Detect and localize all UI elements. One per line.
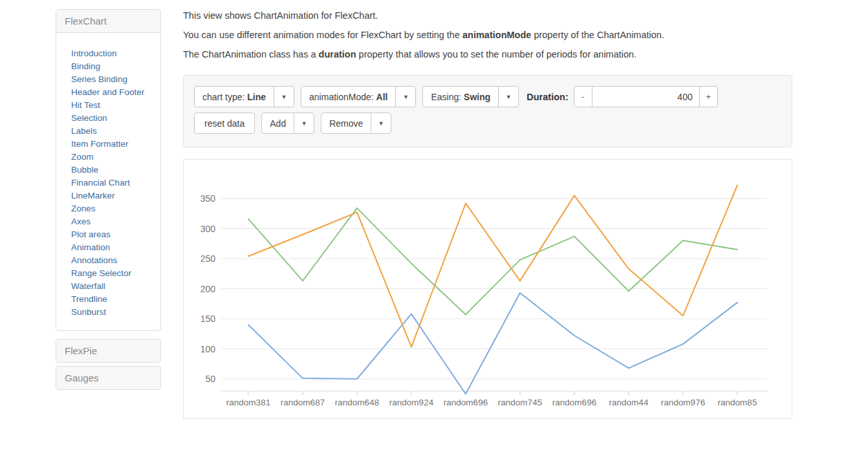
intro-p3-text: The ChartAnimation class has a	[183, 49, 319, 59]
sidebar-item-item-formatter[interactable]: Item Formatter	[71, 138, 157, 151]
toolbar-row-2: reset data Add ▼ Remove ▼	[194, 112, 781, 134]
sidebar-item-animation[interactable]: Animation	[71, 241, 157, 254]
intro-paragraph-3: The ChartAnimation class has a duration …	[183, 48, 792, 61]
increment-button[interactable]: +	[699, 87, 717, 107]
svg-text:random85: random85	[718, 398, 757, 407]
svg-text:100: 100	[201, 344, 216, 354]
sidebar-panel-flexpie: FlexPie	[56, 339, 161, 363]
toolbar-row-1: chart type: Line ▼ animationMode: All ▼ …	[194, 86, 781, 107]
chevron-down-icon[interactable]: ▼	[274, 87, 294, 107]
sidebar-item-introduction[interactable]: Introduction	[71, 47, 157, 60]
sidebar-item-range-selector[interactable]: Range Selector	[71, 267, 157, 280]
sidebar-item-linemarker[interactable]: LineMarker	[71, 189, 157, 202]
svg-text:random648: random648	[335, 398, 379, 407]
duration-label: Duration:	[526, 92, 568, 102]
svg-text:random44: random44	[609, 398, 649, 407]
sidebar-item-waterfall[interactable]: Waterfall	[71, 280, 157, 293]
svg-text:random687: random687	[281, 398, 325, 407]
easing-value: Swing	[464, 92, 490, 102]
easing-label: Easing:	[431, 92, 464, 102]
sidebar-item-bubble[interactable]: Bubble	[71, 164, 157, 177]
svg-text:random924: random924	[389, 398, 434, 407]
sidebar-item-zones[interactable]: Zones	[71, 202, 157, 215]
chart-type-label: chart type:	[202, 92, 247, 102]
animation-mode-label: animationMode:	[309, 92, 376, 102]
intro-paragraph-1: This view shows ChartAnimation for FlexC…	[183, 9, 792, 22]
sidebar-item-selection[interactable]: Selection	[71, 112, 157, 125]
svg-text:250: 250	[201, 253, 216, 264]
chevron-down-icon[interactable]: ▼	[395, 87, 415, 107]
flexpie-accordion-header[interactable]: FlexPie	[56, 339, 160, 362]
flexchart-accordion-header[interactable]: FlexChart	[56, 10, 160, 33]
animation-mode-dropdown[interactable]: animationMode: All ▼	[301, 86, 416, 107]
sidebar-item-plot-areas[interactable]: Plot areas	[71, 228, 157, 241]
sidebar-item-series-binding[interactable]: Series Binding	[71, 73, 157, 86]
chevron-down-icon[interactable]: ▼	[294, 113, 314, 133]
gauges-accordion-header[interactable]: Gauges	[56, 367, 160, 389]
remove-split-button[interactable]: Remove ▼	[321, 112, 391, 134]
main-content: This view shows ChartAnimation for FlexC…	[183, 5, 792, 419]
svg-text:300: 300	[201, 224, 216, 234]
animation-mode-value: All	[376, 92, 388, 102]
reset-data-button[interactable]: reset data	[194, 112, 255, 134]
toolbar: chart type: Line ▼ animationMode: All ▼ …	[183, 75, 792, 147]
sidebar-item-annotations[interactable]: Annotations	[71, 254, 157, 267]
svg-text:random745: random745	[498, 398, 542, 407]
sidebar-item-axes[interactable]: Axes	[71, 215, 157, 228]
sidebar-item-financial-chart[interactable]: Financial Chart	[71, 177, 157, 189]
chart-panel: 50100150200250300350random381random687ra…	[183, 159, 792, 419]
svg-text:random976: random976	[661, 398, 705, 407]
sidebar-item-zoom[interactable]: Zoom	[71, 151, 157, 164]
duration-value[interactable]: 400	[592, 87, 699, 107]
easing-dropdown[interactable]: Easing: Swing ▼	[422, 86, 519, 107]
intro-p3-bold: duration	[319, 49, 356, 59]
add-button[interactable]: Add	[262, 113, 294, 133]
svg-text:random696: random696	[444, 398, 488, 407]
remove-button[interactable]: Remove	[321, 113, 371, 133]
sidebar-panel-flexchart: FlexChart IntroductionBindingSeries Bind…	[56, 9, 161, 331]
svg-text:200: 200	[201, 284, 216, 294]
sidebar-panel-gauges: Gauges	[56, 366, 161, 390]
svg-text:random381: random381	[226, 398, 270, 407]
add-split-button[interactable]: Add ▼	[261, 112, 314, 134]
sidebar: FlexChart IntroductionBindingSeries Bind…	[56, 9, 161, 390]
sidebar-item-hit-test[interactable]: Hit Test	[71, 99, 157, 112]
duration-input[interactable]: - 400 +	[574, 86, 718, 107]
chart-type-dropdown[interactable]: chart type: Line ▼	[194, 86, 294, 107]
intro-p2-text: You can use different animation modes fo…	[183, 30, 462, 40]
svg-text:random696: random696	[552, 398, 596, 407]
sidebar-item-labels[interactable]: Labels	[71, 125, 157, 138]
sidebar-item-sunburst[interactable]: Sunburst	[71, 306, 157, 319]
sidebar-item-binding[interactable]: Binding	[71, 60, 157, 73]
intro-p3-text: property that allows you to set the numb…	[356, 49, 637, 59]
sidebar-item-header-and-footer[interactable]: Header and Footer	[71, 86, 157, 99]
intro-p2-text: property of the ChartAnimation.	[531, 30, 664, 40]
flexchart-nav-list: IntroductionBindingSeries BindingHeader …	[56, 33, 160, 330]
sidebar-item-trendline[interactable]: Trendline	[71, 293, 157, 306]
intro-paragraph-2: You can use different animation modes fo…	[183, 28, 792, 41]
svg-text:150: 150	[201, 314, 216, 324]
chart-type-value: Line	[247, 92, 266, 102]
svg-text:50: 50	[205, 374, 215, 384]
flexchart-canvas[interactable]: 50100150200250300350random381random687ra…	[184, 160, 792, 417]
app-window: FlexChart IntroductionBindingSeries Bind…	[0, 0, 868, 450]
svg-text:350: 350	[201, 193, 216, 204]
chevron-down-icon[interactable]: ▼	[371, 113, 391, 133]
decrement-button[interactable]: -	[574, 87, 592, 107]
chevron-down-icon[interactable]: ▼	[498, 87, 518, 107]
intro-p2-bold: animationMode	[462, 30, 531, 40]
